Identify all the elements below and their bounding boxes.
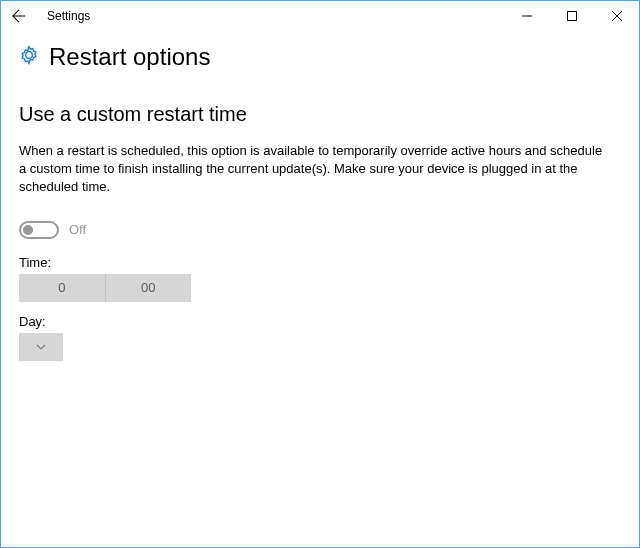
titlebar: Settings — [1, 1, 639, 31]
svg-rect-1 — [567, 12, 576, 21]
close-icon — [612, 11, 622, 21]
app-title: Settings — [47, 9, 90, 23]
time-hour-cell[interactable]: 0 — [19, 274, 106, 302]
gear-icon — [19, 45, 39, 69]
page-title: Restart options — [49, 43, 210, 71]
day-label: Day: — [19, 314, 621, 329]
day-picker[interactable] — [19, 333, 63, 361]
section-description: When a restart is scheduled, this option… — [19, 142, 611, 197]
time-minute-cell[interactable]: 00 — [106, 274, 192, 302]
maximize-icon — [567, 11, 577, 21]
toggle-thumb — [23, 225, 33, 235]
close-button[interactable] — [594, 1, 639, 31]
back-button[interactable] — [7, 4, 31, 28]
minimize-icon — [522, 11, 532, 21]
minimize-button[interactable] — [504, 1, 549, 31]
section-title: Use a custom restart time — [19, 103, 621, 126]
time-label: Time: — [19, 255, 621, 270]
toggle-label: Off — [69, 222, 86, 237]
maximize-button[interactable] — [549, 1, 594, 31]
page-header: Restart options — [19, 43, 621, 71]
time-picker: 0 00 — [19, 274, 191, 302]
window-controls — [504, 1, 639, 31]
chevron-down-icon — [35, 341, 47, 353]
toggle-row: Off — [19, 221, 621, 239]
custom-restart-toggle[interactable] — [19, 221, 59, 239]
back-arrow-icon — [12, 9, 26, 23]
content-area: Restart options Use a custom restart tim… — [1, 31, 639, 361]
